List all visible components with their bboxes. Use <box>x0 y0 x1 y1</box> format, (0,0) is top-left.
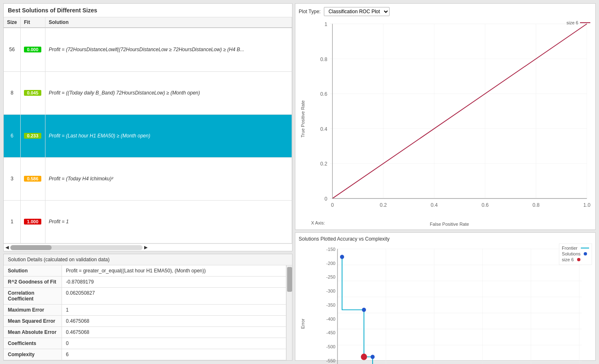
roc-x-axis-label: False Positive Rate <box>307 221 592 227</box>
table-row[interactable]: 11.000Profit = 1 <box>4 200 292 243</box>
svg-text:0.6: 0.6 <box>320 91 327 97</box>
details-value: 0.062050827 <box>62 288 286 305</box>
svg-text:-300: -300 <box>326 288 335 293</box>
roc-legend-line <box>580 22 590 23</box>
details-row: Coefficients0 <box>4 338 286 349</box>
details-label: Mean Absolute Error <box>4 327 62 338</box>
cell-solution: Profit = ((Today daily B_Band) 72HoursDi… <box>45 71 292 114</box>
details-value: Profit = greater_or_equal((Last hour H1 … <box>62 265 286 277</box>
svg-text:0.2: 0.2 <box>320 161 327 167</box>
scrollbar-row: ◀ ▶ <box>4 243 292 251</box>
cell-size: 1 <box>4 200 21 243</box>
svg-text:1: 1 <box>324 21 327 27</box>
cell-fit: 0.586 <box>21 157 45 200</box>
solution-details-panel: Solution Details (calculated on validati… <box>3 254 292 361</box>
legend-frontier-label: Frontier <box>562 246 578 251</box>
plot-type-select[interactable]: Classification ROC Plot <box>324 7 390 16</box>
legend-solutions-dot <box>584 252 587 255</box>
best-solutions-panel: Best Solutions of Different Sizes Size F… <box>3 3 292 251</box>
svg-text:-200: -200 <box>326 261 335 266</box>
horizontal-scrollbar[interactable] <box>10 245 143 250</box>
details-value: -0.87089179 <box>62 277 286 288</box>
svg-text:0.2: 0.2 <box>380 202 387 208</box>
details-row: R^2 Goodness of Fit-0.87089179 <box>4 277 286 288</box>
panel-title: Best Solutions of Different Sizes <box>4 4 292 17</box>
details-label: Coefficients <box>4 338 62 349</box>
details-label: Solution <box>4 265 62 277</box>
legend-size6-dot <box>577 258 580 261</box>
svg-point-61 <box>340 255 344 259</box>
svg-point-62 <box>362 308 366 312</box>
cell-size: 6 <box>4 114 21 157</box>
details-table: SolutionProfit = greater_or_equal((Last … <box>4 265 286 360</box>
details-value: 0.4675068 <box>62 316 286 327</box>
svg-text:-150: -150 <box>326 247 335 252</box>
svg-text:1.0: 1.0 <box>583 202 590 208</box>
legend-size6-label: size 6 <box>562 257 574 262</box>
roc-y-axis-label: True Positive Rate <box>299 19 307 220</box>
main-container: Best Solutions of Different Sizes Size F… <box>0 0 599 364</box>
details-value: 1 <box>62 305 286 316</box>
legend-frontier-line <box>581 248 589 248</box>
svg-text:0.4: 0.4 <box>430 202 437 208</box>
complexity-title: Solutions Plotted Accuracy vs Complexity <box>299 236 592 242</box>
svg-text:0.8: 0.8 <box>532 202 540 208</box>
roc-legend-label: size 6 <box>566 20 578 25</box>
roc-chart: size 6 <box>307 19 592 220</box>
roc-chart-area: True Positive Rate size 6 <box>299 19 592 220</box>
svg-text:0.6: 0.6 <box>482 202 489 208</box>
details-row: SolutionProfit = greater_or_equal((Last … <box>4 265 286 277</box>
details-title: Solution Details (calculated on validati… <box>4 254 292 265</box>
svg-text:0: 0 <box>331 202 334 208</box>
svg-text:0: 0 <box>324 196 327 202</box>
scroll-left-arrow[interactable]: ◀ <box>5 245 9 250</box>
table-row[interactable]: 80.045Profit = ((Today daily B_Band) 72H… <box>4 71 292 114</box>
table-row[interactable]: 560.000Profit = (72HoursDistanceLowif((7… <box>4 28 292 71</box>
svg-text:-250: -250 <box>326 274 335 279</box>
scroll-right-arrow[interactable]: ▶ <box>144 245 147 250</box>
plot-type-label: Plot Type: <box>299 9 321 14</box>
svg-text:-400: -400 <box>326 317 335 321</box>
cell-fit: 1.000 <box>21 200 45 243</box>
details-label: Maximum Error <box>4 305 62 316</box>
svg-point-63 <box>371 355 375 359</box>
svg-text:0.4: 0.4 <box>320 126 327 132</box>
svg-text:-450: -450 <box>326 330 335 335</box>
cell-size: 56 <box>4 28 21 71</box>
cell-solution: Profit = (72HoursDistanceLowif((72HoursD… <box>45 28 292 71</box>
details-row: Mean Squared Error0.4675068 <box>4 316 286 327</box>
details-scrollbar[interactable] <box>286 265 292 360</box>
details-value: 0.4675068 <box>62 327 286 338</box>
details-label: Complexity <box>4 349 62 360</box>
cell-fit: 0.233 <box>21 114 45 157</box>
complexity-panel: Solutions Plotted Accuracy vs Complexity… <box>295 232 596 361</box>
plot-type-row: Plot Type: Classification ROC Plot <box>299 7 592 16</box>
complexity-y-label: Error <box>299 243 307 364</box>
details-value: 6 <box>62 349 286 360</box>
cell-size: 3 <box>4 157 21 200</box>
table-row[interactable]: 60.233Profit = (Last hour H1 EMA50) ≥ (M… <box>4 114 292 157</box>
details-row: Complexity6 <box>4 349 286 360</box>
svg-text:-500: -500 <box>326 344 335 349</box>
cell-solution: Profit = (Last hour H1 EMA50) ≥ (Month o… <box>45 114 292 157</box>
table-row[interactable]: 30.586Profit = (Today H4 Ichimoku)² <box>4 157 292 200</box>
legend-solutions-label: Solutions <box>562 251 580 256</box>
cell-fit: 0.000 <box>21 28 45 71</box>
complexity-chart-area: Error Frontier Solutions size 6 <box>299 243 592 364</box>
cell-solution: Profit = 1 <box>45 200 292 243</box>
col-solution: Solution <box>45 17 292 28</box>
svg-line-25 <box>333 24 587 199</box>
roc-svg: 0 0.2 0.4 0.6 0.8 1 0 0.2 0.4 0.6 0.8 1.… <box>307 19 592 220</box>
complexity-svg: -150 -200 -250 -300 -350 -400 -450 -500 … <box>307 243 592 364</box>
details-row: Mean Absolute Error0.4675068 <box>4 327 286 338</box>
col-fit: Fit <box>21 17 45 28</box>
details-row: Correlation Coefficient0.062050827 <box>4 288 286 305</box>
complexity-chart: Frontier Solutions size 6 <box>307 243 592 364</box>
details-label: R^2 Goodness of Fit <box>4 277 62 288</box>
details-row: Maximum Error1 <box>4 305 286 316</box>
cell-size: 8 <box>4 71 21 114</box>
cell-solution: Profit = (Today H4 Ichimoku)² <box>45 157 292 200</box>
legend-size6: size 6 <box>562 257 589 262</box>
roc-legend: size 6 <box>566 20 590 25</box>
col-size: Size <box>4 17 21 28</box>
